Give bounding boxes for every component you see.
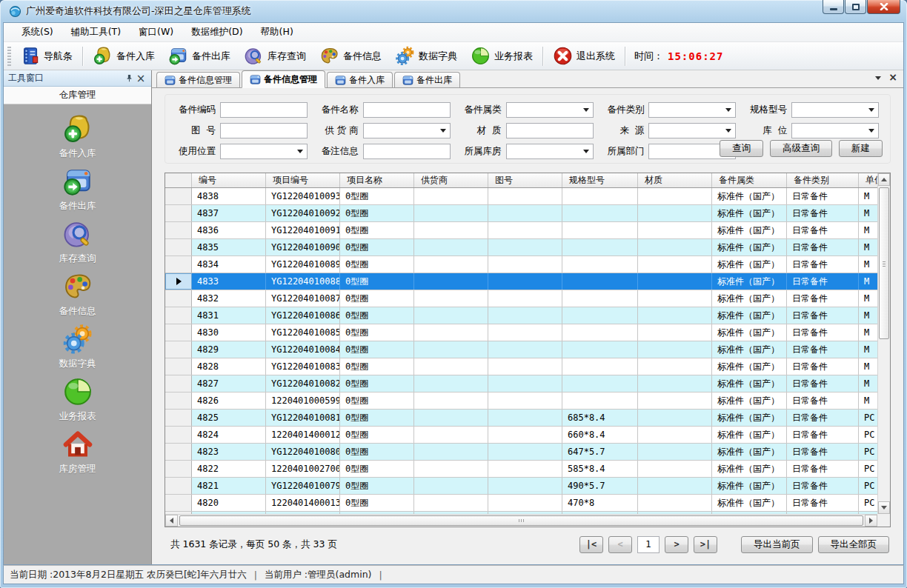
menu-item-2[interactable]: 窗口(W) <box>130 23 182 41</box>
table-row[interactable]: 482612204010005990型圈标准件（国产）日常备件M <box>165 392 877 410</box>
sidebar-item-6[interactable]: 库房管理 <box>4 429 151 481</box>
row-selector[interactable] <box>165 273 192 290</box>
toolbar-button-4[interactable]: 备件信息 <box>313 43 388 69</box>
field-select[interactable] <box>506 102 594 118</box>
row-selector[interactable] <box>165 495 192 511</box>
column-header-5[interactable]: 规格型号 <box>562 173 638 187</box>
export-all-pages-button[interactable]: 导出全部页 <box>818 536 890 553</box>
tab-0[interactable]: 备件信息管理 <box>156 72 240 87</box>
table-row[interactable]: 4836YG122040100910型圈标准件（国产）日常备件M <box>165 222 877 239</box>
prev-page-button[interactable]: < <box>608 536 632 553</box>
row-selector[interactable] <box>165 478 192 494</box>
table-row[interactable]: 482412204014000120型圈660*8.4标准件（国产）日常备件PC <box>165 427 877 444</box>
horizontal-scroll-thumb[interactable] <box>179 515 863 526</box>
row-selector[interactable] <box>165 256 192 273</box>
scroll-right-icon[interactable] <box>865 515 877 527</box>
query-button[interactable]: 查询 <box>720 140 763 157</box>
table-row[interactable]: 4821YG122040100790型圈490*5.7标准件（国产）日常备件PC <box>165 478 877 495</box>
table-row[interactable]: 4835YG122040100900型圈标准件（国产）日常备件M <box>165 239 877 256</box>
row-selector[interactable] <box>165 290 192 307</box>
horizontal-scrollbar[interactable] <box>165 514 877 527</box>
last-page-button[interactable]: >| <box>694 536 717 553</box>
toolbar-button-2[interactable]: 备件出库 <box>162 43 237 69</box>
field-select[interactable] <box>363 123 451 138</box>
toolbar-button-6[interactable]: 业务报表 <box>464 43 539 69</box>
sidebar-item-0[interactable]: 备件入库 <box>4 113 151 166</box>
minimize-button[interactable] <box>823 0 844 14</box>
table-row[interactable]: 482012204014000130型圈470*8标准件（国产）日常备件PC <box>165 495 877 512</box>
new-button[interactable]: 新建 <box>839 140 883 157</box>
toolbar-button-0[interactable]: 导航条 <box>13 43 79 69</box>
table-row[interactable]: 4838YG122040100930型圈标准件（国产）日常备件M <box>165 188 877 205</box>
scroll-up-icon[interactable] <box>878 173 890 186</box>
tab-list-dropdown-icon[interactable] <box>875 76 881 80</box>
pin-icon[interactable] <box>123 73 135 84</box>
column-header-8[interactable]: 备件类别 <box>787 173 859 187</box>
export-current-page-button[interactable]: 导出当前页 <box>741 536 813 553</box>
sidebar-item-4[interactable]: 数据字典 <box>4 324 151 376</box>
sidebar-item-3[interactable]: 备件信息 <box>4 271 151 324</box>
menu-item-3[interactable]: 数据维护(D) <box>182 23 251 41</box>
table-row[interactable]: 4829YG122040100840型圈标准件（国产）日常备件M <box>165 341 877 358</box>
column-header-3[interactable]: 供货商 <box>414 173 488 187</box>
tab-2[interactable]: 备件入库 <box>327 72 393 87</box>
row-selector[interactable] <box>165 341 192 358</box>
column-header-4[interactable]: 图号 <box>488 173 562 187</box>
tool-window-close-icon[interactable]: × <box>135 73 147 84</box>
table-row[interactable]: 4831YG122040100860型圈标准件（国产）日常备件M <box>165 307 877 324</box>
table-row[interactable]: 4823YG122040100800型圈647*5.7标准件（国产）日常备件PC <box>165 444 877 461</box>
table-row[interactable]: 4830YG122040100850型圈标准件（国产）日常备件M <box>165 324 877 341</box>
menu-item-0[interactable]: 系统(S) <box>13 23 62 41</box>
table-row[interactable]: 4827YG122040100820型圈标准件（国产）日常备件M <box>165 375 877 392</box>
page-number-input[interactable] <box>637 536 660 553</box>
advanced-query-button[interactable]: 高级查询 <box>770 140 832 157</box>
row-selector[interactable] <box>165 427 192 443</box>
row-selector[interactable] <box>165 205 192 221</box>
field-select[interactable] <box>791 123 879 138</box>
maximize-button[interactable] <box>845 0 866 14</box>
column-header-0[interactable]: 编号 <box>192 173 266 187</box>
first-page-button[interactable]: |< <box>579 536 603 553</box>
close-button[interactable] <box>867 0 900 14</box>
tab-close-icon[interactable]: × <box>888 73 897 81</box>
field-input[interactable] <box>220 123 308 138</box>
row-selector[interactable] <box>165 375 192 392</box>
menu-item-1[interactable]: 辅助工具(T) <box>62 23 130 41</box>
field-input[interactable] <box>220 102 308 118</box>
column-header-1[interactable]: 项目编号 <box>266 173 340 187</box>
field-input[interactable] <box>363 102 451 118</box>
table-row[interactable]: 4828YG122040100830型圈标准件（国产）日常备件M <box>165 358 877 375</box>
row-selector[interactable] <box>165 307 192 324</box>
row-selector[interactable] <box>165 188 192 204</box>
column-header-2[interactable]: 项目名称 <box>340 173 414 187</box>
toolbar-button-5[interactable]: 数据字典 <box>388 43 464 69</box>
row-selector[interactable] <box>165 222 192 238</box>
vertical-scroll-thumb[interactable] <box>879 187 889 339</box>
next-page-button[interactable]: > <box>665 536 688 553</box>
table-row[interactable]: 4837YG122040100920型圈标准件（国产）日常备件M <box>165 205 877 222</box>
tab-3[interactable]: 备件出库 <box>394 72 460 87</box>
scroll-left-icon[interactable] <box>165 515 178 527</box>
field-input[interactable] <box>506 123 594 138</box>
field-select[interactable] <box>648 123 736 138</box>
sidebar-item-2[interactable]: 库存查询 <box>4 218 151 271</box>
scroll-down-icon[interactable] <box>878 501 890 514</box>
row-selector[interactable] <box>165 324 192 341</box>
field-select[interactable] <box>791 102 879 118</box>
column-header-7[interactable]: 备件属类 <box>712 173 787 187</box>
row-selector[interactable] <box>165 444 192 460</box>
table-row[interactable]: 4832YG122040100870型圈标准件（国产）日常备件M <box>165 290 877 307</box>
field-select[interactable] <box>220 144 308 159</box>
column-header-6[interactable]: 材质 <box>638 173 712 187</box>
field-input[interactable] <box>363 144 451 159</box>
row-selector[interactable] <box>165 410 192 426</box>
sidebar-item-5[interactable]: 业务报表 <box>4 376 151 429</box>
field-select[interactable] <box>506 144 594 159</box>
field-select[interactable] <box>648 102 736 118</box>
row-selector[interactable] <box>165 392 192 409</box>
menu-item-4[interactable]: 帮助(H) <box>252 23 302 41</box>
tab-1[interactable]: 备件信息管理 <box>242 70 325 88</box>
toolbar-button-7[interactable]: 退出系统 <box>546 43 622 69</box>
table-row[interactable]: 482212204010027000型圈585*8.4标准件（国产）日常备件PC <box>165 461 877 478</box>
row-selector[interactable] <box>165 358 192 375</box>
